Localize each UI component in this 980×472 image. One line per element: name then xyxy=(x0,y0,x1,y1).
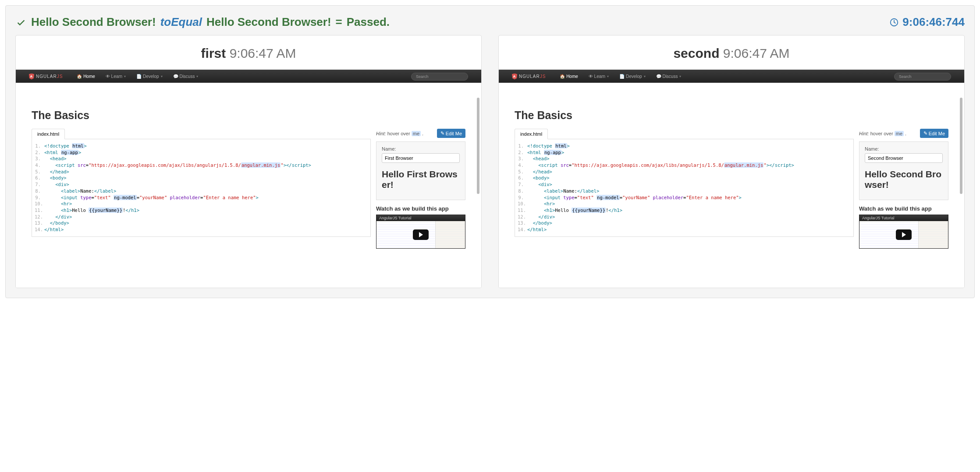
caret-icon: ▾ xyxy=(161,74,163,78)
angular-shield-icon: A xyxy=(29,74,34,80)
code-column: index.html 1.<!doctype html>2.<html ng-a… xyxy=(32,129,371,237)
edit-me-button[interactable]: ✎ Edit Me xyxy=(437,129,465,138)
code-line: 6. <body> xyxy=(518,175,851,181)
code-text: <h1>Hello {{yourName}}!</h1> xyxy=(44,207,368,214)
line-number: 3. xyxy=(35,155,44,162)
line-number: 12. xyxy=(35,214,44,220)
code-line: 12. </div> xyxy=(518,214,851,220)
nav-develop[interactable]: 📄 Develop ▾ xyxy=(132,74,167,79)
name-label: Name: xyxy=(382,146,460,151)
hint-me[interactable]: me xyxy=(895,131,904,136)
nav-learn[interactable]: 👁 Learn ▾ xyxy=(584,74,613,79)
nav-discuss[interactable]: 💬 Discuss ▾ xyxy=(652,74,686,79)
code-text: <head> xyxy=(527,155,851,162)
code-text: <body> xyxy=(44,175,368,181)
code-text: <script src="https://ajax.googleapis.com… xyxy=(44,162,368,169)
angular-navbar: A NGULARJS 🏠 Home 👁 Learn ▾ 📄 Develop ▾ … xyxy=(499,70,964,83)
code-text: </div> xyxy=(44,214,368,220)
code-line: 2.<html ng-app> xyxy=(518,149,851,156)
line-number: 4. xyxy=(35,162,44,169)
code-text: </head> xyxy=(44,169,368,175)
name-input[interactable] xyxy=(865,153,943,163)
nav-search-input[interactable]: Search xyxy=(894,73,951,81)
expected-value: Hello Second Browser! xyxy=(206,15,331,29)
code-editor[interactable]: 1.<!doctype html>2.<html ng-app>3. <head… xyxy=(32,139,371,237)
angular-navbar: A NGULARJS 🏠 Home 👁 Learn ▾ 📄 Develop ▾ … xyxy=(16,70,481,83)
brand-text: NGULARJS xyxy=(519,74,546,79)
code-line: 14.</html> xyxy=(518,226,851,233)
pencil-icon: ✎ xyxy=(440,130,444,136)
hint-me[interactable]: me xyxy=(412,131,421,136)
line-number: 10. xyxy=(518,201,527,207)
line-number: 8. xyxy=(35,188,44,194)
watch-heading: Watch as we build this app xyxy=(859,205,948,212)
angular-brand[interactable]: A NGULARJS xyxy=(512,74,546,80)
code-line: 5. </head> xyxy=(518,169,851,175)
line-number: 4. xyxy=(518,162,527,169)
page-content: The Basics index.html 1.<!doctype html>2… xyxy=(16,83,481,249)
edit-me-button[interactable]: ✎ Edit Me xyxy=(920,129,948,138)
file-tab[interactable]: index.html xyxy=(32,129,65,139)
name-label: Name: xyxy=(865,146,943,151)
name-input[interactable] xyxy=(382,153,460,163)
browser-panel-first: first 9:06:47 AM A NGULARJS 🏠 Home 👁 Lea… xyxy=(15,35,482,288)
assertion-result: Hello Second Browser! toEqual Hello Seco… xyxy=(15,15,390,29)
code-text: <hr> xyxy=(44,201,368,207)
pencil-icon: ✎ xyxy=(923,130,927,136)
nav-search-input[interactable]: Search xyxy=(411,73,468,81)
file-tab[interactable]: index.html xyxy=(515,129,548,139)
caret-icon: ▾ xyxy=(124,74,126,78)
line-number: 14. xyxy=(518,226,527,233)
panel-time: 9:06:47 AM xyxy=(230,46,296,60)
nav-home[interactable]: 🏠 Home xyxy=(72,74,99,79)
play-icon[interactable] xyxy=(896,229,912,240)
matcher: toEqual xyxy=(160,15,202,29)
live-preview: Name: Hello Second Browser! xyxy=(859,141,948,200)
nav-learn[interactable]: 👁 Learn ▾ xyxy=(101,74,130,79)
video-titlebar: AngularJS Tutorial xyxy=(859,215,948,221)
line-number: 6. xyxy=(35,175,44,181)
line-number: 5. xyxy=(35,169,44,175)
test-result-container: Hello Second Browser! toEqual Hello Seco… xyxy=(5,5,975,298)
play-icon[interactable] xyxy=(413,229,429,240)
code-column: index.html 1.<!doctype html>2.<html ng-a… xyxy=(515,129,854,237)
caret-icon: ▾ xyxy=(644,74,646,78)
code-text: <input type="text" ng-model="yourName" p… xyxy=(44,194,368,201)
watch-heading: Watch as we build this app xyxy=(376,205,465,212)
code-text: </head> xyxy=(527,169,851,175)
code-line: 3. <head> xyxy=(518,155,851,162)
code-editor[interactable]: 1.<!doctype html>2.<html ng-app>3. <head… xyxy=(515,139,854,237)
preview-column: Hint: hover over me . ✎ Edit Me Name: He… xyxy=(376,129,465,249)
code-line: 5. </head> xyxy=(35,169,368,175)
video-titlebar: AngularJS Tutorial xyxy=(376,215,465,221)
nav-home[interactable]: 🏠 Home xyxy=(555,74,582,79)
hello-output: Hello Second Browser! xyxy=(865,169,943,190)
code-line: 7. <div> xyxy=(35,181,368,188)
code-text: <!doctype html> xyxy=(527,143,851,149)
code-line: 9. <input type="text" ng-model="yourName… xyxy=(35,194,368,201)
basics-heading: The Basics xyxy=(515,109,948,122)
browser-panel-second: second 9:06:47 AM A NGULARJS 🏠 Home 👁 Le… xyxy=(498,35,965,288)
tutorial-video[interactable]: AngularJS Tutorial xyxy=(376,215,465,249)
code-text: <h1>Hello {{yourName}}!</h1> xyxy=(527,207,851,214)
code-line: 3. <head> xyxy=(35,155,368,162)
nav-discuss[interactable]: 💬 Discuss ▾ xyxy=(169,74,203,79)
line-number: 2. xyxy=(35,149,44,156)
angular-brand[interactable]: A NGULARJS xyxy=(29,74,63,80)
code-line: 1.<!doctype html> xyxy=(518,143,851,149)
code-line: 12. </div> xyxy=(35,214,368,220)
code-text: <div> xyxy=(44,181,368,188)
code-line: 8. <label>Name:</label> xyxy=(35,188,368,194)
code-line: 13. </body> xyxy=(35,220,368,226)
code-line: 10. <hr> xyxy=(518,201,851,207)
line-number: 7. xyxy=(35,181,44,188)
basics-heading: The Basics xyxy=(32,109,465,122)
tutorial-video[interactable]: AngularJS Tutorial xyxy=(859,215,948,249)
hint-text: Hint: hover over me . xyxy=(859,131,906,136)
preview-column: Hint: hover over me . ✎ Edit Me Name: He… xyxy=(859,129,948,249)
check-icon xyxy=(15,18,27,27)
nav-develop[interactable]: 📄 Develop ▾ xyxy=(615,74,650,79)
outcome: Passed. xyxy=(347,15,390,29)
code-text: <script src="https://ajax.googleapis.com… xyxy=(527,162,851,169)
page-content: The Basics index.html 1.<!doctype html>2… xyxy=(499,83,964,249)
